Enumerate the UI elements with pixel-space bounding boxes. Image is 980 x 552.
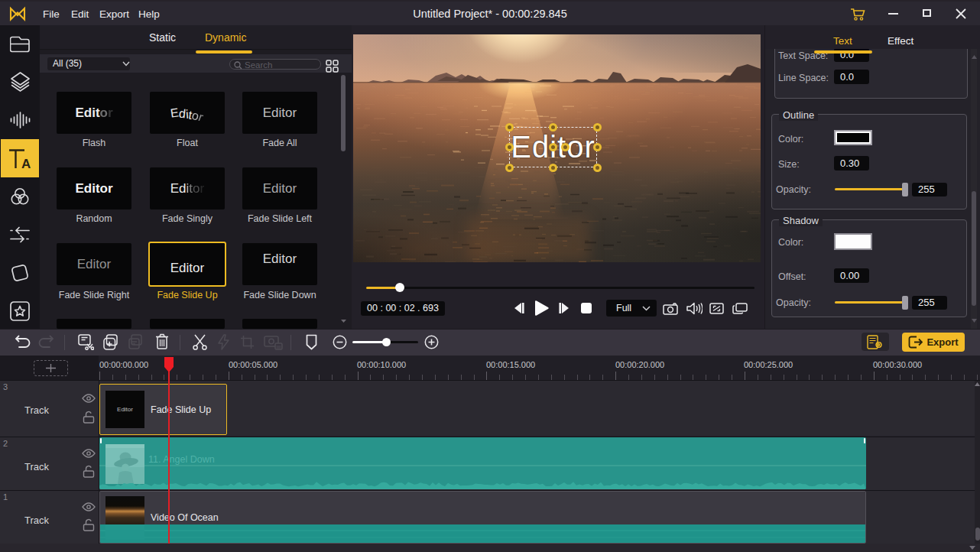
svg-text:A: A <box>21 157 31 169</box>
